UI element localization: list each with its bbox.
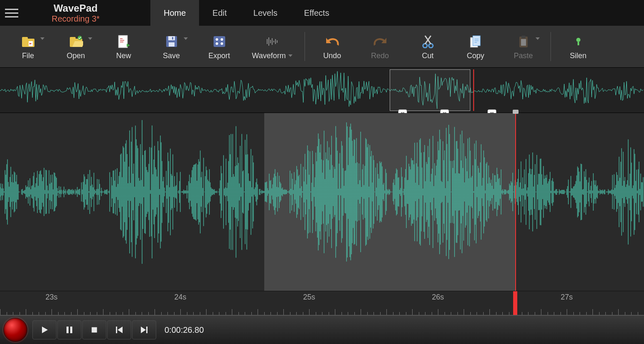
svg-point-25 — [423, 44, 427, 48]
paste-label: Paste — [514, 52, 533, 60]
tab-bar: HomeEditLevelsEffects — [150, 0, 342, 26]
svg-point-15 — [216, 42, 218, 45]
waveform-icon — [264, 33, 280, 50]
redo-label: Redo — [371, 52, 389, 60]
undo-icon — [325, 33, 339, 50]
copy-label: Copy — [467, 52, 484, 60]
svg-rect-37 — [116, 327, 117, 333]
ruler-label: 25s — [303, 293, 315, 302]
svg-rect-12 — [214, 36, 225, 47]
waveform-button[interactable]: Waveform — [243, 26, 301, 67]
open-icon — [69, 33, 83, 50]
skip-end-button[interactable] — [132, 320, 156, 339]
svg-point-32 — [576, 38, 580, 42]
redo-icon — [373, 33, 387, 50]
dropdown-indicator-icon — [536, 37, 540, 40]
svg-point-14 — [221, 38, 223, 41]
export-label: Export — [208, 52, 230, 60]
svg-rect-31 — [521, 36, 526, 38]
cut-button[interactable]: Cut — [404, 26, 452, 67]
undo-label: Undo — [323, 52, 341, 60]
svg-rect-38 — [146, 327, 147, 333]
svg-rect-36 — [92, 327, 97, 333]
overview-playhead[interactable] — [473, 69, 474, 111]
file-button[interactable]: File — [4, 26, 52, 67]
svg-rect-34 — [66, 327, 69, 333]
app-title: WavePad — [54, 2, 98, 14]
tab-home[interactable]: Home — [150, 0, 199, 26]
svg-rect-1 — [22, 37, 28, 40]
ruler-label: 27s — [560, 293, 573, 302]
waveform-label: Waveform — [252, 52, 292, 60]
cut-icon — [422, 33, 434, 50]
paste-button[interactable]: Paste — [499, 26, 547, 67]
document-title: Recording 3* — [52, 14, 100, 24]
ruler-label: 24s — [174, 293, 186, 302]
save-icon — [165, 33, 178, 50]
tab-effects[interactable]: Effects — [291, 0, 343, 26]
tab-levels[interactable]: Levels — [240, 0, 291, 26]
paste-icon — [518, 33, 529, 50]
tab-edit[interactable]: Edit — [199, 0, 240, 26]
redo-button[interactable]: Redo — [356, 26, 404, 67]
toolbar: FileOpenNewSaveExportWaveformUndoRedoCut… — [0, 26, 644, 67]
open-button[interactable]: Open — [52, 26, 100, 67]
skip-start-button[interactable] — [107, 320, 131, 339]
save-button[interactable]: Save — [147, 26, 195, 67]
silence-button[interactable]: Silen — [554, 26, 602, 67]
overview-waveform[interactable] — [0, 67, 644, 113]
svg-point-16 — [221, 42, 223, 45]
new-button[interactable]: New — [100, 26, 147, 67]
dropdown-indicator-icon — [88, 37, 92, 40]
main-waveform[interactable] — [0, 113, 644, 291]
stop-button[interactable] — [82, 320, 106, 339]
open-label: Open — [66, 52, 85, 60]
svg-rect-11 — [172, 37, 173, 39]
svg-rect-9 — [168, 36, 175, 40]
svg-rect-4 — [70, 37, 76, 40]
new-label: New — [116, 52, 131, 60]
ruler-label: 26s — [432, 293, 444, 302]
copy-icon — [469, 33, 482, 50]
export-button[interactable]: Export — [195, 26, 243, 67]
silence-label: Silen — [570, 52, 586, 60]
toolbar-separator — [305, 32, 305, 61]
svg-rect-33 — [578, 42, 579, 45]
file-label: File — [22, 52, 34, 60]
play-button[interactable] — [32, 320, 57, 339]
overview-selection[interactable] — [390, 69, 470, 111]
pause-button[interactable] — [57, 320, 81, 339]
cut-label: Cut — [422, 52, 433, 60]
menu-button[interactable] — [5, 5, 22, 21]
top-bar: WavePad Recording 3* HomeEditLevelsEffec… — [0, 0, 644, 26]
dropdown-indicator-icon — [40, 37, 44, 40]
ruler-label: 23s — [45, 293, 57, 302]
export-icon — [213, 33, 226, 50]
ruler-cursor[interactable] — [513, 291, 517, 315]
new-icon — [118, 33, 130, 50]
svg-rect-35 — [70, 327, 72, 333]
silence-icon — [573, 33, 583, 50]
svg-rect-10 — [169, 42, 175, 47]
main-playhead[interactable] — [515, 113, 516, 291]
file-icon — [21, 33, 35, 50]
svg-point-26 — [429, 44, 433, 48]
save-label: Save — [163, 52, 180, 60]
svg-rect-6 — [118, 35, 128, 48]
record-button[interactable] — [3, 318, 27, 342]
svg-rect-30 — [521, 39, 526, 46]
toolbar-separator — [551, 32, 551, 61]
copy-button[interactable]: Copy — [452, 26, 499, 67]
undo-button[interactable]: Undo — [308, 26, 356, 67]
dropdown-indicator-icon — [184, 37, 188, 40]
transport-bar: 0:00:26.80 — [0, 315, 644, 344]
time-ruler[interactable]: 23s24s25s26s27s — [0, 291, 644, 315]
svg-marker-7 — [127, 44, 130, 47]
svg-point-13 — [216, 38, 218, 41]
title-block: WavePad Recording 3* — [38, 2, 113, 24]
timecode-display: 0:00:26.80 — [165, 325, 204, 335]
